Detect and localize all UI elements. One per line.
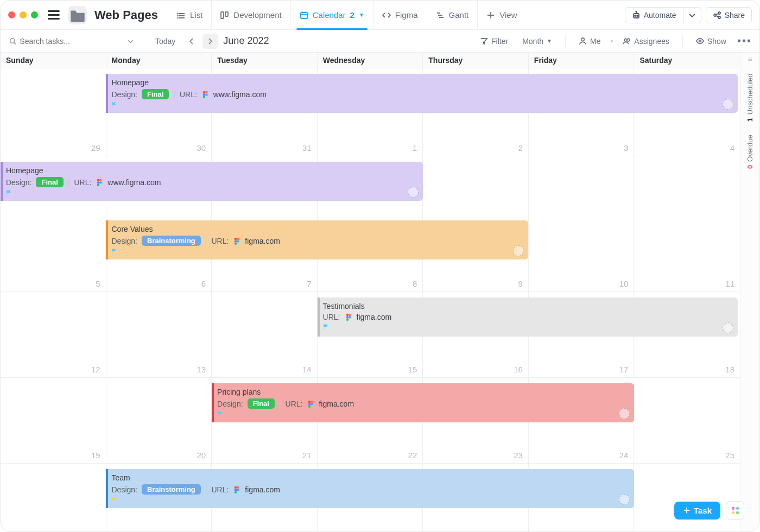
overdue-count: 0 xyxy=(746,165,754,169)
calendar-cell[interactable]: 10 xyxy=(529,156,635,292)
chevron-left-icon xyxy=(187,37,196,46)
today-button[interactable]: Today xyxy=(150,37,181,46)
day-header: Friday xyxy=(529,53,635,68)
field-label: Design: xyxy=(6,178,31,187)
new-task-button[interactable]: Task xyxy=(674,502,720,520)
show-button[interactable]: Show xyxy=(691,37,732,46)
assignee-add[interactable] xyxy=(513,245,524,256)
tab-list[interactable]: List xyxy=(168,1,211,29)
window-close[interactable] xyxy=(8,11,15,18)
calendar-cell[interactable] xyxy=(1,464,106,531)
event-title: Homepage xyxy=(111,78,732,87)
day-number: 5 xyxy=(96,279,100,288)
field-label: URL: xyxy=(323,313,340,321)
range-select[interactable]: Month▼ xyxy=(517,37,558,46)
day-number: 25 xyxy=(725,451,734,460)
day-number: 17 xyxy=(619,365,629,374)
automate-button[interactable]: Automate xyxy=(625,7,683,23)
menu-icon[interactable] xyxy=(48,10,60,20)
day-number: 9 xyxy=(518,279,523,288)
unscheduled-label: Unscheduled xyxy=(746,73,754,115)
day-header: Thursday xyxy=(423,53,529,68)
calendar-cell[interactable]: 14 xyxy=(212,292,318,377)
day-number: 4 xyxy=(730,143,734,153)
calendar-cell[interactable]: 13 xyxy=(106,292,212,377)
event-url: www.figma.com xyxy=(213,90,267,99)
page-title: Web Pages xyxy=(94,8,158,22)
tab-calendar[interactable]: Calendar 2 ▼ xyxy=(290,1,373,29)
assignee-add[interactable] xyxy=(408,187,419,198)
automate-label: Automate xyxy=(644,11,676,20)
figma-icon xyxy=(233,237,240,245)
eye-icon xyxy=(696,37,704,45)
tab-gantt[interactable]: Gantt xyxy=(427,1,478,29)
users-icon xyxy=(623,37,631,45)
add-view-button[interactable]: View xyxy=(477,1,525,29)
tab-badge: 2 xyxy=(350,10,354,20)
field-label: Design: xyxy=(111,485,137,494)
calendar-cell[interactable]: 20 xyxy=(106,378,212,463)
assignee-add[interactable] xyxy=(619,494,630,505)
assignees-filter[interactable]: Assignees xyxy=(617,37,675,46)
event-team[interactable]: Team Design: Brainstorming | URL: figma.… xyxy=(106,469,634,508)
separator-dot: • xyxy=(609,37,614,46)
day-header: Sunday xyxy=(1,53,106,68)
automate-dropdown[interactable] xyxy=(683,7,701,23)
event-pricing-plans[interactable]: Pricing plans Design: Final | URL: figma… xyxy=(212,383,634,422)
field-label: URL: xyxy=(211,485,229,494)
search-input-wrapper[interactable] xyxy=(9,37,134,46)
next-month-button[interactable] xyxy=(202,34,218,49)
event-testimonials[interactable]: Testimonials URL: figma.com xyxy=(318,297,738,337)
field-label: Design: xyxy=(111,90,137,99)
unscheduled-toggle[interactable]: 1 Unscheduled xyxy=(746,73,754,122)
more-menu[interactable]: ••• xyxy=(735,35,754,47)
day-number: 15 xyxy=(408,365,417,374)
day-number: 29 xyxy=(91,143,100,153)
calendar-cell[interactable]: 19 xyxy=(1,378,106,463)
assignee-add[interactable] xyxy=(723,322,733,333)
event-title: Testimonials xyxy=(323,302,732,311)
code-icon xyxy=(382,11,391,20)
folder-icon[interactable] xyxy=(68,6,87,24)
range-label: Month xyxy=(522,37,543,46)
day-number: 18 xyxy=(725,365,734,374)
figma-icon xyxy=(96,179,103,186)
day-number: 6 xyxy=(201,279,206,288)
window-zoom[interactable] xyxy=(31,11,38,18)
share-label: Share xyxy=(725,11,745,20)
status-pill: Brainstorming xyxy=(142,236,201,246)
tab-development[interactable]: Development xyxy=(211,1,290,29)
calendar-cell[interactable]: 11 xyxy=(634,156,740,292)
overdue-toggle[interactable]: 0 Overdue xyxy=(746,135,754,169)
day-header: Monday xyxy=(106,53,212,68)
assignee-add[interactable] xyxy=(723,99,733,110)
robot-icon xyxy=(632,11,641,20)
event-homepage[interactable]: Homepage Design: Final | URL: www.figma.… xyxy=(106,74,738,113)
event-homepage[interactable]: Homepage Design: Final | URL: www.figma.… xyxy=(1,162,423,201)
prev-month-button[interactable] xyxy=(184,34,199,49)
figma-icon xyxy=(307,400,314,408)
day-number: 2 xyxy=(518,143,523,153)
tab-label: Calendar xyxy=(313,10,346,20)
chevron-down-icon[interactable] xyxy=(127,37,134,46)
window-minimize[interactable] xyxy=(20,11,27,18)
filter-button[interactable]: Filter xyxy=(474,37,514,46)
day-number: 22 xyxy=(408,451,417,460)
me-filter[interactable]: Me xyxy=(573,37,606,46)
calendar-cell[interactable]: 12 xyxy=(1,292,106,377)
share-button[interactable]: Share xyxy=(706,7,752,23)
search-input[interactable] xyxy=(20,37,123,46)
apps-button[interactable] xyxy=(726,501,744,520)
tab-figma[interactable]: Figma xyxy=(373,1,427,29)
event-core-values[interactable]: Core Values Design: Brainstorming | URL:… xyxy=(106,220,528,259)
calendar-cell[interactable]: 25 xyxy=(634,378,740,463)
day-header: Tuesday xyxy=(212,53,318,68)
drag-handle-icon[interactable]: ≡ xyxy=(748,58,752,60)
calendar-cell[interactable]: 29 xyxy=(1,68,106,156)
month-label: June 2022 xyxy=(223,35,269,47)
calendar-cell[interactable] xyxy=(634,464,740,531)
figma-icon xyxy=(201,91,209,98)
assignee-add[interactable] xyxy=(619,408,630,419)
plus-icon xyxy=(683,506,691,514)
chevron-right-icon xyxy=(206,37,214,46)
